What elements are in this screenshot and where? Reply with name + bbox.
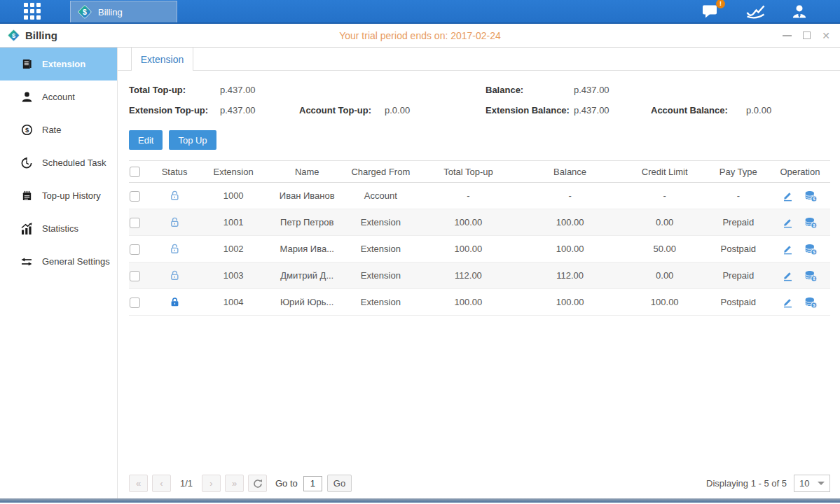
row-checkbox[interactable] [130,298,140,308]
page-size-select[interactable]: 10 [794,475,830,492]
table-row: 1004 Юрий Юрь... Extension 100.00 100.00… [129,289,830,316]
summary-label: Extension Top-up: [129,105,220,115]
col-header-name: Name [272,161,342,183]
top-up-row-icon[interactable]: $ [804,190,818,202]
table-header-row: Status Extension Name Charged From Total… [129,161,830,183]
bottom-strip [0,498,840,503]
summary-value: p.437.00 [220,85,299,95]
prev-page-button[interactable]: ‹ [152,475,171,492]
sidebar: Extension Account $ Rate [0,48,118,498]
first-page-button[interactable]: « [129,475,148,492]
screen: $ Billing ! [0,0,840,504]
apps-grid-icon[interactable] [24,3,41,20]
tab-extension[interactable]: Extension [131,48,193,71]
edit-button[interactable]: Edit [129,130,163,150]
sidebar-item-label: Scheduled Task [42,158,106,168]
actions-bar: Edit Top Up [129,130,830,150]
scheduled-task-icon [20,157,33,169]
pagination-bar: « ‹ 1/1 › » Go to [129,475,830,492]
close-button[interactable]: ✕ [822,31,830,41]
svg-text:$: $ [83,8,87,16]
svg-text:$: $ [813,196,816,201]
svg-text:$: $ [12,32,15,39]
select-all-checkbox[interactable] [130,167,140,177]
table-row: 1000 Иван Иванов Account - - - - [129,183,830,209]
summary-label: Account Balance: [651,105,746,115]
tabbar: Extension [118,48,840,71]
edit-row-icon[interactable] [782,216,794,228]
messages-icon[interactable]: ! [702,4,720,19]
summary-value: p.0.00 [385,105,486,115]
summary-value: p.0.00 [746,105,830,115]
extension-icon [20,58,33,70]
general-settings-icon [20,255,33,268]
billing-diamond-icon: $ [77,4,92,20]
maximize-button[interactable] [803,31,811,39]
top-up-row-icon[interactable]: $ [804,243,818,255]
sidebar-item-extension[interactable]: Extension [0,48,117,80]
unlocked-icon [169,243,181,255]
edit-row-icon[interactable] [782,296,794,308]
displaying-text: Displaying 1 - 5 of 5 [706,478,787,489]
billing-app-icon: $ [7,29,20,42]
minimize-button[interactable] [783,35,792,36]
window-title: Billing [25,29,57,41]
summary-label: Balance: [486,85,574,95]
user-icon[interactable] [791,4,808,20]
refresh-icon [253,479,263,489]
main-panel: Extension Total Top-up: p.437.00 Balance… [118,48,840,498]
summary-label: Extension Balance: [486,105,574,115]
col-header-charged-from: Charged From [342,161,419,183]
top-up-button[interactable]: Top Up [169,130,216,150]
notification-badge: ! [716,0,725,8]
next-page-button[interactable]: › [202,475,221,492]
extension-table: Status Extension Name Charged From Total… [129,160,830,316]
col-header-credit-limit: Credit Limit [623,161,707,183]
taskbar-tab-label: Billing [98,7,123,18]
row-checkbox[interactable] [130,191,140,202]
row-checkbox[interactable] [130,271,140,281]
summary-value: p.437.00 [220,105,299,115]
summary-label: Total Top-up: [129,85,220,95]
edit-row-icon[interactable] [782,243,794,255]
taskbar-tab-billing[interactable]: $ Billing [70,1,177,22]
refresh-button[interactable] [248,475,267,492]
summary-label: Account Top-up: [299,105,385,115]
top-up-row-icon[interactable]: $ [804,216,818,229]
desktop-topbar: $ Billing ! [0,0,840,24]
sidebar-item-top-up-history[interactable]: Top-up History [0,179,117,212]
sidebar-item-account[interactable]: Account [0,80,117,113]
sidebar-item-scheduled-task[interactable]: Scheduled Task [0,146,117,179]
goto-label: Go to [275,478,298,489]
locked-icon [169,296,181,308]
unlocked-icon [169,216,181,228]
top-up-row-icon[interactable]: $ [804,270,818,282]
col-header-pay-type: Pay Type [707,161,770,183]
edit-row-icon[interactable] [782,190,794,202]
svg-text:$: $ [813,276,816,281]
sidebar-item-general-settings[interactable]: General Settings [0,245,117,278]
statistics-icon [20,223,33,235]
edit-row-icon[interactable] [782,270,794,281]
page-indicator: 1/1 [175,478,198,489]
window-titlebar: $ Billing Your trial period ends on: 201… [0,24,840,48]
row-checkbox[interactable] [130,244,140,255]
last-page-button[interactable]: » [225,475,244,492]
svg-text:$: $ [813,249,816,254]
table-row: 1001 Петр Петров Extension 100.00 100.00… [129,209,830,236]
goto-page-input[interactable] [303,476,322,491]
summary-value: p.437.00 [574,105,651,115]
summary-panel: Total Top-up: p.437.00 Balance: p.437.00… [129,85,830,115]
sidebar-item-label: Top-up History [42,190,101,201]
sidebar-item-rate[interactable]: $ Rate [0,113,117,146]
sidebar-item-label: Extension [42,59,85,69]
top-up-row-icon[interactable]: $ [804,296,818,309]
content: Total Top-up: p.437.00 Balance: p.437.00… [118,71,840,498]
sidebar-item-statistics[interactable]: Statistics [0,212,117,245]
page-size-value: 10 [799,478,809,489]
col-header-operation: Operation [770,161,830,183]
go-button[interactable]: Go [327,475,352,492]
table-row: 1002 Мария Ива... Extension 100.00 100.0… [129,236,830,262]
stats-chart-icon[interactable] [746,4,765,19]
row-checkbox[interactable] [130,218,140,228]
